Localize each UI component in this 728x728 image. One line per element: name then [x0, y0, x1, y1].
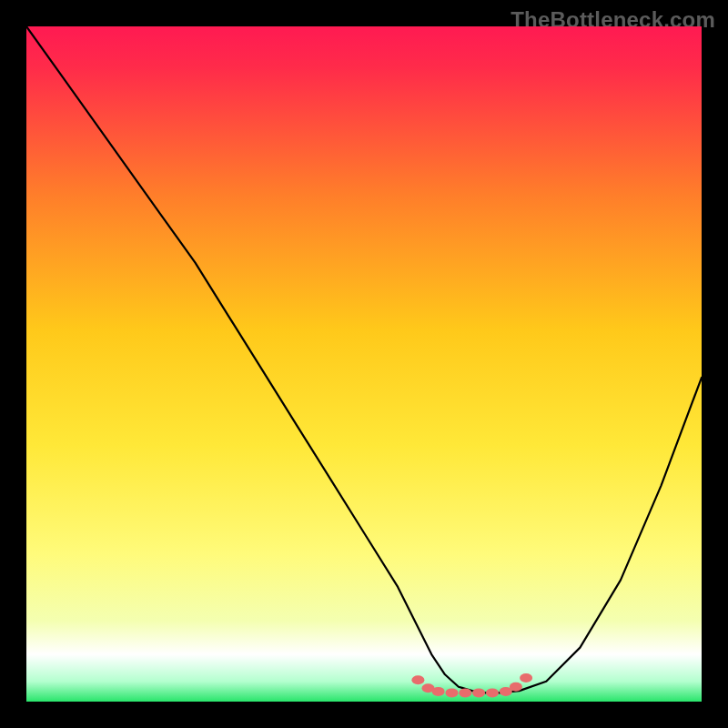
heatmap-background [26, 26, 702, 702]
curve-marker [520, 673, 532, 682]
chart-frame: TheBottleneck.com [0, 0, 728, 728]
curve-marker [411, 675, 424, 684]
curve-marker [446, 688, 459, 697]
chart-svg [26, 26, 702, 702]
curve-marker [459, 688, 471, 697]
curve-marker [486, 688, 499, 697]
curve-marker [432, 687, 445, 696]
curve-marker [510, 682, 522, 692]
curve-marker [472, 688, 485, 697]
plot-area [26, 26, 702, 702]
